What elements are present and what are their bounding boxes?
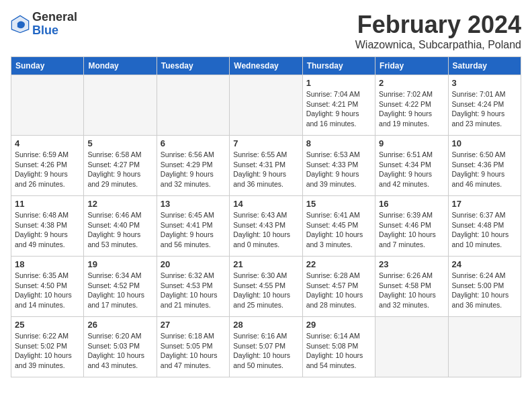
day-info: Sunrise: 6:30 AMSunset: 4:55 PMDaylight:… <box>233 271 298 310</box>
calendar-header-row: SundayMondayTuesdayWednesdayThursdayFrid… <box>11 57 521 75</box>
day-number: 25 <box>15 320 80 330</box>
day-number: 7 <box>233 138 298 148</box>
day-info: Sunrise: 6:39 AMSunset: 4:46 PMDaylight:… <box>379 210 444 250</box>
day-number: 6 <box>161 138 226 148</box>
calendar-cell: 3Sunrise: 7:01 AMSunset: 4:24 PMDaylight… <box>448 75 521 136</box>
day-info: Sunrise: 6:56 AMSunset: 4:29 PMDaylight:… <box>161 150 226 189</box>
calendar-cell: 17Sunrise: 6:37 AMSunset: 4:48 PMDayligh… <box>448 196 521 257</box>
day-info: Sunrise: 6:32 AMSunset: 4:53 PMDaylight:… <box>161 271 226 310</box>
calendar-cell <box>375 317 448 377</box>
day-info: Sunrise: 6:18 AMSunset: 5:05 PMDaylight:… <box>161 331 226 371</box>
calendar-week-row: 25Sunrise: 6:22 AMSunset: 5:02 PMDayligh… <box>11 317 521 377</box>
calendar-week-row: 11Sunrise: 6:48 AMSunset: 4:38 PMDayligh… <box>11 196 521 257</box>
day-info: Sunrise: 6:28 AMSunset: 4:57 PMDaylight:… <box>306 271 371 310</box>
location-subtitle: Wiazownica, Subcarpathia, Poland <box>355 39 521 51</box>
day-info: Sunrise: 6:53 AMSunset: 4:33 PMDaylight:… <box>306 150 371 189</box>
day-number: 24 <box>452 259 517 269</box>
day-info: Sunrise: 6:24 AMSunset: 5:00 PMDaylight:… <box>452 271 517 310</box>
day-number: 20 <box>161 259 226 269</box>
page-header: General Blue February 2024 Wiazownica, S… <box>11 11 521 51</box>
calendar-cell <box>84 75 157 136</box>
day-info: Sunrise: 6:41 AMSunset: 4:45 PMDaylight:… <box>306 210 371 250</box>
calendar-header-saturday: Saturday <box>448 57 521 75</box>
day-number: 2 <box>379 78 444 88</box>
day-info: Sunrise: 6:22 AMSunset: 5:02 PMDaylight:… <box>15 331 80 371</box>
calendar-cell: 27Sunrise: 6:18 AMSunset: 5:05 PMDayligh… <box>157 317 229 377</box>
day-info: Sunrise: 6:58 AMSunset: 4:27 PMDaylight:… <box>87 150 152 189</box>
day-info: Sunrise: 6:20 AMSunset: 5:03 PMDaylight:… <box>87 331 152 371</box>
calendar-cell: 18Sunrise: 6:35 AMSunset: 4:50 PMDayligh… <box>11 257 84 317</box>
day-number: 13 <box>161 199 226 209</box>
day-number: 12 <box>87 199 152 209</box>
day-info: Sunrise: 6:35 AMSunset: 4:50 PMDaylight:… <box>15 271 80 310</box>
calendar-cell: 10Sunrise: 6:50 AMSunset: 4:36 PMDayligh… <box>448 136 521 196</box>
calendar-cell: 25Sunrise: 6:22 AMSunset: 5:02 PMDayligh… <box>11 317 84 377</box>
day-number: 22 <box>306 259 371 269</box>
day-info: Sunrise: 6:48 AMSunset: 4:38 PMDaylight:… <box>15 210 80 250</box>
calendar-header-tuesday: Tuesday <box>157 57 229 75</box>
day-number: 11 <box>15 199 80 209</box>
day-number: 27 <box>161 320 226 330</box>
calendar-cell: 16Sunrise: 6:39 AMSunset: 4:46 PMDayligh… <box>375 196 448 257</box>
day-info: Sunrise: 6:46 AMSunset: 4:40 PMDaylight:… <box>87 210 152 250</box>
calendar-cell: 29Sunrise: 6:14 AMSunset: 5:08 PMDayligh… <box>302 317 375 377</box>
calendar-cell: 8Sunrise: 6:53 AMSunset: 4:33 PMDaylight… <box>302 136 375 196</box>
calendar-cell: 28Sunrise: 6:16 AMSunset: 5:07 PMDayligh… <box>230 317 302 377</box>
calendar-cell: 23Sunrise: 6:26 AMSunset: 4:58 PMDayligh… <box>375 257 448 317</box>
calendar-header-thursday: Thursday <box>302 57 375 75</box>
day-info: Sunrise: 6:14 AMSunset: 5:08 PMDaylight:… <box>306 331 371 371</box>
day-info: Sunrise: 6:45 AMSunset: 4:41 PMDaylight:… <box>161 210 226 250</box>
day-number: 15 <box>306 199 371 209</box>
day-info: Sunrise: 7:01 AMSunset: 4:24 PMDaylight:… <box>452 89 517 129</box>
day-number: 21 <box>233 259 298 269</box>
logo-icon <box>11 15 30 34</box>
day-number: 29 <box>306 320 371 330</box>
day-info: Sunrise: 6:55 AMSunset: 4:31 PMDaylight:… <box>233 150 298 189</box>
title-section: February 2024 Wiazownica, Subcarpathia, … <box>355 11 521 51</box>
calendar-week-row: 18Sunrise: 6:35 AMSunset: 4:50 PMDayligh… <box>11 257 521 317</box>
day-number: 9 <box>379 138 444 148</box>
calendar-cell <box>157 75 229 136</box>
calendar-cell: 11Sunrise: 6:48 AMSunset: 4:38 PMDayligh… <box>11 196 84 257</box>
day-info: Sunrise: 6:43 AMSunset: 4:43 PMDaylight:… <box>233 210 298 250</box>
calendar-cell: 12Sunrise: 6:46 AMSunset: 4:40 PMDayligh… <box>84 196 157 257</box>
calendar-cell: 13Sunrise: 6:45 AMSunset: 4:41 PMDayligh… <box>157 196 229 257</box>
day-number: 28 <box>233 320 298 330</box>
day-number: 23 <box>379 259 444 269</box>
day-number: 26 <box>87 320 152 330</box>
day-info: Sunrise: 6:16 AMSunset: 5:07 PMDaylight:… <box>233 331 298 371</box>
day-info: Sunrise: 6:34 AMSunset: 4:52 PMDaylight:… <box>87 271 152 310</box>
day-number: 3 <box>452 78 517 88</box>
calendar-cell: 7Sunrise: 6:55 AMSunset: 4:31 PMDaylight… <box>230 136 302 196</box>
calendar-cell: 19Sunrise: 6:34 AMSunset: 4:52 PMDayligh… <box>84 257 157 317</box>
calendar-cell: 4Sunrise: 6:59 AMSunset: 4:26 PMDaylight… <box>11 136 84 196</box>
calendar-cell: 24Sunrise: 6:24 AMSunset: 5:00 PMDayligh… <box>448 257 521 317</box>
calendar-cell <box>230 75 302 136</box>
calendar-cell <box>448 317 521 377</box>
day-info: Sunrise: 6:37 AMSunset: 4:48 PMDaylight:… <box>452 210 517 250</box>
calendar-cell: 6Sunrise: 6:56 AMSunset: 4:29 PMDaylight… <box>157 136 229 196</box>
logo: General Blue <box>11 11 77 38</box>
logo-blue: Blue <box>32 24 58 37</box>
logo-text: General Blue <box>32 11 77 38</box>
day-number: 18 <box>15 259 80 269</box>
day-info: Sunrise: 6:59 AMSunset: 4:26 PMDaylight:… <box>15 150 80 189</box>
day-number: 1 <box>306 78 371 88</box>
day-info: Sunrise: 6:26 AMSunset: 4:58 PMDaylight:… <box>379 271 444 310</box>
calendar-week-row: 1Sunrise: 7:04 AMSunset: 4:21 PMDaylight… <box>11 75 521 136</box>
calendar-header-monday: Monday <box>84 57 157 75</box>
day-number: 8 <box>306 138 371 148</box>
day-number: 4 <box>15 138 80 148</box>
calendar-cell: 26Sunrise: 6:20 AMSunset: 5:03 PMDayligh… <box>84 317 157 377</box>
month-title: February 2024 <box>355 11 521 39</box>
day-number: 17 <box>452 199 517 209</box>
day-info: Sunrise: 6:51 AMSunset: 4:34 PMDaylight:… <box>379 150 444 189</box>
calendar-cell: 21Sunrise: 6:30 AMSunset: 4:55 PMDayligh… <box>230 257 302 317</box>
calendar-week-row: 4Sunrise: 6:59 AMSunset: 4:26 PMDaylight… <box>11 136 521 196</box>
day-number: 5 <box>87 138 152 148</box>
calendar-header-friday: Friday <box>375 57 448 75</box>
calendar-cell: 9Sunrise: 6:51 AMSunset: 4:34 PMDaylight… <box>375 136 448 196</box>
day-number: 19 <box>87 259 152 269</box>
logo-general: General <box>32 10 77 24</box>
day-number: 16 <box>379 199 444 209</box>
